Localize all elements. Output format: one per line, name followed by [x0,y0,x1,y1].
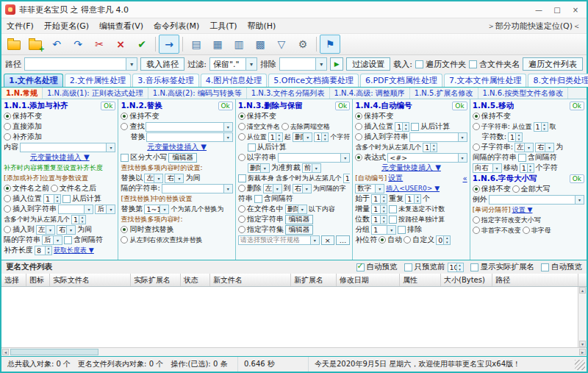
settings-button[interactable]: ⚙ [293,35,313,54]
undo-button[interactable]: ↶ [46,35,67,54]
p4-start-spinner[interactable]: 1 [371,194,387,204]
p4-expression-combo[interactable]: <#> [387,153,467,163]
p5-pos-spinner[interactable]: 1 [534,122,548,132]
ok-button[interactable]: Ok [452,102,467,110]
p1-insert-pos-radio[interactable] [4,195,11,202]
column-attributes[interactable]: 属性 [400,274,441,286]
p3-delete-between-radio[interactable] [238,185,245,192]
p4-expression-radio[interactable] [355,154,362,161]
exclude-combo[interactable] [279,57,327,71]
vertical-scrollbar[interactable]: ▴ ▾ [578,287,587,347]
include-folder-name-checkbox[interactable] [469,60,477,68]
path-combo[interactable] [24,57,137,71]
p3-left-sep-combo[interactable]: 左 [263,184,282,193]
menu-edit-view[interactable]: 编辑查看(V) [94,18,148,33]
p2-right-sep-combo[interactable]: 右 [165,174,184,183]
subtab-extension[interactable]: 1.N.5.扩展名修改 [410,88,478,99]
p3-string-combo[interactable] [278,153,350,163]
show-real-ext-option[interactable]: 显示实际扩展名 [470,262,535,272]
p1-insert-between-radio[interactable] [4,226,11,233]
p4-number-type-combo[interactable]: 数字 [355,184,384,193]
p1-multi-spinner[interactable]: 1 [71,215,86,224]
menu-start-rename[interactable]: 开始更名(G) [39,18,94,33]
p1-pad-length-spinner[interactable]: 8 [35,246,52,255]
p1-insert-pos-spinner[interactable]: 1 [43,194,61,204]
load-path-button[interactable]: 载入路径 [140,57,184,71]
column-size[interactable]: 大小(Bytes) [441,274,492,286]
column-new-name[interactable]: 新文件名 [210,274,291,286]
p6-spec-change-radio[interactable] [473,216,480,224]
p4-keep-radio[interactable] [355,113,362,120]
subtab-reorder[interactable]: 1.N.4.高级: 调整顺序 [330,88,410,99]
ok-button[interactable]: Ok [101,102,115,110]
p3-from-end-checkbox[interactable] [248,143,256,152]
subtab-regex[interactable]: 1.N.高级(1): 正则表达式处理 [43,88,148,99]
column-path[interactable]: 路径 [492,274,578,286]
p3-preset-combo[interactable]: 请选择预设字符规格 [238,235,320,245]
auto-preview-option[interactable]: 自动预览 [356,262,398,272]
p1-after-combo[interactable]: 后 [95,205,115,214]
p1-left-sep-combo[interactable]: 左 [36,225,55,235]
preview-count-spinner[interactable]: 10 [448,263,464,272]
p5-direction-combo[interactable]: 向右 [473,163,502,173]
apply-button[interactable]: ✔ [132,35,152,54]
p3-in-name-radio[interactable] [238,205,245,213]
p3-in-name-combo[interactable]: 删除 [285,205,307,214]
p6-settings-link[interactable]: 设置 ▼ [512,205,533,215]
p3-spec-charset-radio[interactable] [238,226,245,233]
subtab-encoding[interactable]: 1.N.高级(2): 编码与转换等 [148,88,247,99]
p1-from-end-checkbox[interactable] [62,195,71,203]
p2-replace-combo[interactable] [146,132,232,142]
p4-collapse-icon[interactable]: « [463,174,467,182]
file-table-empty-area[interactable] [1,287,578,347]
p6-no-first-radio[interactable] [473,227,480,234]
p3-spec-string-radio[interactable] [238,216,245,223]
p4-from-end-checkbox[interactable] [411,123,419,131]
p4-auto-radio[interactable] [379,236,386,244]
p4-digits-spinner[interactable]: 1 [371,215,387,224]
minimize-button[interactable]: — [530,3,548,16]
p3-clear-preset-button[interactable]: × [321,235,334,245]
p3-clear-radio[interactable] [238,123,245,130]
filter-button[interactable]: ▽ [271,35,292,54]
p4-custom-radio[interactable] [404,236,411,244]
tile-view-button[interactable]: ▥ [229,35,249,54]
scroll-left-icon[interactable]: ◂ [2,349,9,355]
p1-pad-add-radio[interactable] [4,133,11,141]
p2-editor-button[interactable]: 编辑器 [168,153,197,163]
auto-preview-checkbox[interactable] [356,263,365,271]
scroll-up-icon[interactable]: ▴ [579,287,586,294]
include-folder-name-option[interactable]: 含文件夹名 [469,59,520,70]
p3-editor2-button[interactable]: 编辑器 [285,225,314,235]
p1-meta-insert-link[interactable]: 元变量快捷插入 ▼ [30,152,90,163]
p5-right-sep-combo[interactable]: 右 [535,143,554,152]
p3-pos-spinner[interactable]: 1 [268,132,283,142]
p5-substring-pos-radio[interactable] [473,123,480,130]
add-folder-button[interactable] [25,35,46,54]
p3-delete2-combo[interactable]: 删除 [248,163,270,173]
p4-insert-pos-radio[interactable] [355,123,362,130]
tab-file-classify[interactable]: 8.文件归类处理 [528,74,588,87]
p2-left-sep-combo[interactable]: 左 [144,174,163,183]
p6-keep-radio[interactable] [473,185,480,193]
column-select[interactable]: 选择 [1,274,26,286]
show-real-ext-checkbox[interactable] [470,263,478,271]
p5-substring-sep-radio[interactable] [473,143,480,151]
resize-grip[interactable] [575,360,585,370]
p4-meta-insert-link[interactable]: 元变量快捷插入 ▼ [381,163,441,173]
report-view-button[interactable]: ▦ [207,35,228,54]
p4-custom-spinner[interactable]: 0 [436,235,451,245]
p5-left-sep-combo[interactable]: 左 [514,143,534,152]
p5-include-sep-checkbox[interactable] [518,154,526,162]
p1-include-sep-checkbox[interactable] [64,236,72,244]
list-view-button[interactable]: ▤ [186,35,207,54]
p3-editor1-button[interactable]: 编辑器 [285,215,314,224]
tab-office-summary[interactable]: 5.Office文档摘要处理 [268,74,359,87]
horizontal-scrollbar[interactable]: ◂ ▸ [1,347,587,356]
apply-filter-button[interactable]: ▶ [330,57,343,71]
p3-crop-self-checkbox[interactable] [238,174,246,182]
p2-simultaneous-radio[interactable] [121,226,128,233]
start-rename-button[interactable]: → [159,35,179,54]
menu-file[interactable]: 文件(F) [1,18,39,33]
p2-case-checkbox[interactable] [121,154,129,162]
